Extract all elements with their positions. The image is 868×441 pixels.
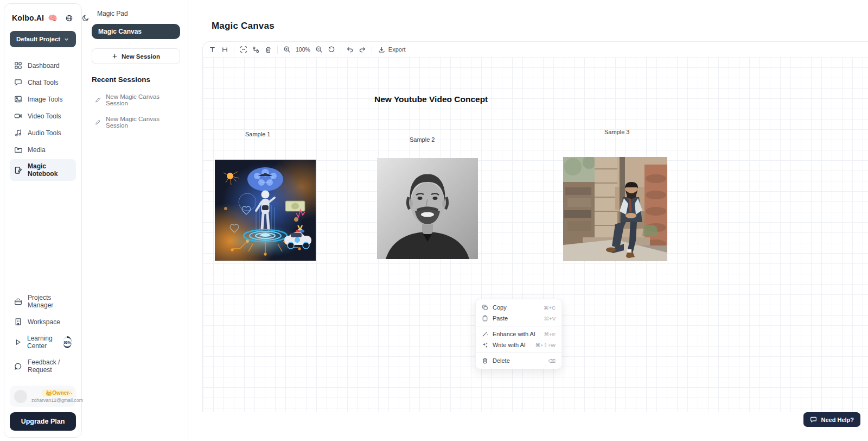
need-help-label: Need Help? — [821, 417, 854, 423]
pencil-icon — [95, 119, 101, 125]
session-item-label: New Magic Canvas Session — [106, 93, 177, 106]
zoom-in-icon — [283, 46, 291, 53]
sidebar-item-feedback-request[interactable]: Feedback / Request — [10, 355, 76, 377]
lasso-select-button[interactable] — [237, 43, 250, 55]
text-tool-button[interactable] — [206, 43, 219, 55]
canvas-heading[interactable]: New Youtube Video Concept — [374, 94, 488, 104]
hierarchy-icon — [252, 46, 259, 53]
new-session-label: New Session — [122, 53, 160, 60]
building-icon — [14, 318, 22, 326]
canvas-grid[interactable]: New Youtube Video Concept Sample 1 Sampl… — [203, 57, 868, 412]
sidebar-item-label: Audio Tools — [28, 129, 61, 137]
recent-sessions-title: Recent Sessions — [92, 75, 180, 84]
owner-role-label: Owner — [52, 390, 69, 396]
sample-3-label[interactable]: Sample 3 — [604, 129, 629, 135]
sample-3-image[interactable] — [563, 157, 667, 261]
export-label: Export — [388, 46, 406, 53]
brand-row: Kolbo.AI 🧠 — [10, 11, 76, 22]
sidebar-item-learning-center[interactable]: Learning Center 66% — [10, 331, 76, 353]
sample-2-label[interactable]: Sample 2 — [410, 136, 435, 143]
sidebar-item-projects-manager[interactable]: Projects Manager — [10, 291, 76, 312]
image-icon — [14, 95, 22, 103]
context-menu-item-delete[interactable]: Delete ⌫ — [476, 355, 561, 366]
reset-view-button[interactable] — [326, 43, 338, 55]
canvas-card: 100% Export — [202, 41, 868, 412]
context-menu-separator — [476, 352, 561, 353]
sidebar-item-label: Learning Center — [27, 335, 56, 350]
context-menu-shortcut: ⌘+⇧+W — [535, 342, 556, 348]
sample-1-label[interactable]: Sample 1 — [245, 131, 270, 137]
context-menu-label: Delete — [493, 357, 510, 364]
sidebar-item-label: Video Tools — [28, 112, 61, 120]
undo-button[interactable] — [344, 43, 356, 55]
user-card[interactable]: 👑Owner zoharvan12@gmail.com — [10, 386, 76, 407]
heading-tool-button[interactable] — [219, 43, 231, 55]
sidebar-item-label: Chat Tools — [28, 79, 58, 86]
zoom-in-button[interactable] — [280, 43, 293, 55]
redo-button[interactable] — [356, 43, 369, 55]
sidebar-item-label: Image Tools — [28, 96, 62, 103]
sidebar-item-video-tools[interactable]: Video Tools — [10, 109, 76, 123]
download-icon — [378, 46, 385, 53]
learning-progress-ring: 66% — [63, 336, 72, 348]
delete-tool-button[interactable] — [262, 43, 275, 55]
paste-icon — [482, 315, 488, 322]
sidebar-item-chat-tools[interactable]: Chat Tools — [10, 75, 76, 90]
undo-icon — [346, 46, 354, 53]
tab-magic-canvas[interactable]: Magic Canvas — [92, 24, 180, 39]
video-camera-icon — [14, 112, 22, 120]
session-item[interactable]: New Magic Canvas Session — [92, 114, 180, 131]
page-title: Magic Canvas — [212, 21, 275, 32]
context-menu-label: Paste — [493, 315, 508, 322]
trash-icon — [265, 46, 272, 53]
new-session-button[interactable]: New Session — [92, 48, 180, 64]
project-selector[interactable]: Default Project — [10, 31, 76, 47]
context-menu-item-copy[interactable]: Copy ⌘+C — [476, 302, 561, 313]
app-root: Kolbo.AI 🧠 Default Project Dashboard — [0, 0, 868, 441]
learning-progress-value: 66% — [63, 338, 72, 346]
media-folder-icon — [14, 146, 22, 154]
sidebar-item-label: Workspace — [28, 318, 60, 326]
user-avatar — [14, 390, 27, 403]
sidebar-item-audio-tools[interactable]: Audio Tools — [10, 125, 76, 140]
sample-2-image[interactable] — [377, 158, 478, 259]
hierarchy-button[interactable] — [250, 43, 262, 55]
context-menu-label: Copy — [493, 304, 507, 311]
export-button[interactable]: Export — [375, 46, 409, 53]
zoom-out-button[interactable] — [313, 43, 326, 55]
need-help-button[interactable]: Need Help? — [803, 412, 860, 427]
context-menu-shortcut: ⌫ — [548, 358, 556, 364]
zoom-level-value: 100% — [296, 46, 310, 53]
magic-wand-icon — [482, 331, 488, 337]
user-email: zoharvan12@gmail.com — [31, 398, 83, 403]
sidebar-item-label: Feedback / Request — [28, 358, 72, 374]
sample-1-image[interactable]: ¥ — [215, 160, 316, 261]
toolbar-separator — [277, 46, 278, 54]
context-menu-item-paste[interactable]: Paste ⌘+V — [476, 313, 561, 324]
sidebar-card: Kolbo.AI 🧠 Default Project Dashboard — [4, 3, 82, 438]
redo-icon — [359, 46, 366, 53]
sidebar-item-media[interactable]: Media — [10, 142, 76, 157]
chat-icon — [14, 78, 22, 86]
sidebar-item-label: Projects Manager — [28, 294, 72, 309]
copy-icon — [482, 304, 488, 311]
context-menu-item-write-with-ai[interactable]: Write with AI ⌘+⇧+W — [476, 339, 561, 350]
crown-icon: 👑 — [46, 390, 52, 396]
tab-magic-pad[interactable]: Magic Pad — [92, 8, 180, 24]
language-globe-icon[interactable] — [65, 14, 73, 22]
session-item-label: New Magic Canvas Session — [106, 116, 177, 129]
canvas-toolbar: 100% Export — [203, 42, 868, 57]
sidebar-item-image-tools[interactable]: Image Tools — [10, 92, 76, 106]
sidebar-item-workspace[interactable]: Workspace — [10, 314, 76, 329]
sidebar-item-magic-notebook[interactable]: Magic Notebook — [10, 159, 76, 181]
context-menu-shortcut: ⌘+C — [544, 305, 556, 311]
brand-logo: Kolbo.AI — [12, 14, 44, 22]
context-menu-item-enhance-with-ai[interactable]: Enhance with AI ⌘+E — [476, 329, 561, 339]
session-item[interactable]: New Magic Canvas Session — [92, 91, 180, 109]
secondary-nav: Projects Manager Workspace Learning Cent… — [10, 291, 76, 379]
notebook-pen-icon — [14, 166, 22, 174]
pencil-icon — [95, 97, 101, 103]
sidebar-item-label: Dashboard — [28, 62, 60, 70]
upgrade-plan-button[interactable]: Upgrade Plan — [10, 412, 76, 431]
sidebar-item-dashboard[interactable]: Dashboard — [10, 58, 76, 73]
